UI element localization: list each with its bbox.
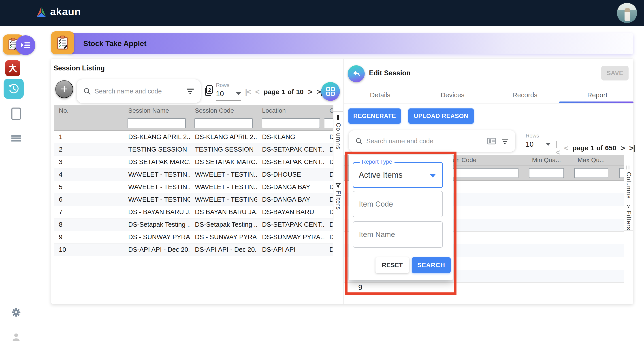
table-row[interactable]: 10DS-API API - Dec 20...DS-API API - Dec… <box>54 244 333 256</box>
columns-tab-label: Columns <box>625 172 632 199</box>
back-button[interactable] <box>348 65 365 82</box>
tab-report[interactable]: Report <box>561 87 634 103</box>
session-search-input[interactable] <box>95 88 183 95</box>
filter-input-truncated[interactable] <box>324 118 333 128</box>
filter-input-min-quantity[interactable] <box>529 168 564 178</box>
sidebar-profile-button[interactable] <box>10 332 22 342</box>
filter-input-session-name[interactable] <box>128 118 186 128</box>
table-row[interactable]: 7DS - BAYAN BARU J...DS BAYAN BARU JA...… <box>54 206 333 218</box>
table-row[interactable]: 2TESTING SESSIONTESTING SESSIONDS-SETAPA… <box>54 143 333 156</box>
report-type-select[interactable]: Report Type Active Items <box>353 162 443 188</box>
report-search-box <box>349 130 515 152</box>
filter-input-session-code[interactable] <box>194 118 253 128</box>
column-header-session-name[interactable]: Session Name <box>123 107 190 114</box>
select-underline <box>216 100 241 101</box>
reset-button[interactable]: RESET <box>376 257 409 273</box>
rows-per-page-select[interactable]: Rows 10 <box>216 82 243 101</box>
sidebar-item-listing[interactable] <box>10 134 22 143</box>
cell-code: TESTING SESSION <box>190 146 257 153</box>
sidebar-item-devices[interactable] <box>10 107 22 121</box>
table-row[interactable]: 5WAVELET - TESTIN...WAVELET - TESTIN...D… <box>54 181 333 193</box>
grid-view-button[interactable] <box>321 82 340 101</box>
first-page-button[interactable]: |< <box>556 139 560 157</box>
column-header-no[interactable]: No. <box>54 107 123 114</box>
table-row[interactable]: 1DS-KLANG APRIL 2...DS-KLANG APRIL 2...D… <box>54 131 333 143</box>
sidebar-item-red-applet[interactable] <box>5 60 20 76</box>
page-indicator: page 1 of 650 <box>572 144 616 152</box>
filter-input-truncated[interactable] <box>619 168 624 178</box>
table-row[interactable]: 3DS SETAPAK MARC...DS SETAPAK MARC...DS-… <box>54 156 333 168</box>
column-header-location[interactable]: Location <box>257 107 324 114</box>
filters-tab[interactable]: Filters <box>624 201 633 231</box>
tabs-divider <box>344 103 634 103</box>
sidebar-settings-button[interactable] <box>10 307 22 318</box>
cell-code: WAVELET - TESTING <box>190 196 257 203</box>
last-page-button[interactable]: >| <box>629 144 635 152</box>
cell-no: 9 <box>54 233 123 241</box>
dropdown-caret-icon <box>236 92 241 95</box>
indent-menu-icon <box>20 41 31 49</box>
report-filter-popup: Report Type Active Items RESET SEARCH <box>349 155 453 280</box>
cell-status: Di <box>324 146 333 153</box>
funnel-icon <box>626 204 631 209</box>
tab-details[interactable]: Details <box>344 87 416 103</box>
table-row[interactable]: 6WAVELET - TESTINGWAVELET - TESTINGDS-DA… <box>54 193 333 206</box>
dai-character-icon <box>8 63 18 73</box>
table-card-icon[interactable] <box>487 137 496 145</box>
tablet-icon <box>11 107 21 120</box>
item-name-input[interactable] <box>353 221 443 248</box>
first-page-button[interactable]: |< <box>245 87 250 96</box>
column-header-min-quantity[interactable]: Min Qua... <box>524 156 569 164</box>
table-row[interactable]: 9DS - SUNWAY PYRA...DS - SUNWAY PYRA...D… <box>54 231 333 244</box>
filter-list-icon[interactable] <box>186 88 194 95</box>
dropdown-caret-icon <box>546 143 551 146</box>
table-list-icon <box>11 135 21 142</box>
column-header-truncated[interactable]: Co <box>324 107 333 114</box>
report-rows-per-page-select[interactable]: Rows 10 <box>526 133 552 151</box>
search-icon <box>83 87 91 95</box>
table-row[interactable]: 8DS-Setapak Testing ...DS-Setapak Testin… <box>54 218 333 231</box>
clipboard-checklist-icon <box>55 35 70 50</box>
duplicate-pages-icon[interactable]: 2 <box>204 85 214 97</box>
cell-location: DS-DANGA BAY <box>257 183 324 191</box>
cell-code: WAVELET - TESTIN... <box>190 171 257 178</box>
prev-page-button[interactable]: < <box>255 87 259 96</box>
upload-reason-button[interactable]: UPLOAD REASON <box>408 108 474 124</box>
user-avatar[interactable] <box>617 3 637 23</box>
regenerate-button[interactable]: REGENERATE <box>348 108 401 124</box>
rows-label: Rows <box>526 133 552 139</box>
session-listing-panel: Session Listing + 2 <box>51 59 344 304</box>
filter-input-max-quantity[interactable] <box>574 168 608 178</box>
search-button[interactable]: SEARCH <box>412 257 451 273</box>
cell-location: DS-SUNWAY PYRA... <box>257 233 324 241</box>
prev-page-button[interactable]: < <box>564 144 568 152</box>
cell-no: 1 <box>54 133 123 141</box>
columns-tab[interactable]: Columns <box>624 162 633 199</box>
report-search-input[interactable] <box>366 137 484 145</box>
session-paginator: |< < page 1 of 10 > >| <box>245 87 322 96</box>
cell-status: Di <box>324 233 333 241</box>
report-table-row[interactable] <box>344 283 624 295</box>
filters-tab[interactable]: Filters <box>333 179 343 221</box>
cell-name: DS-KLANG APRIL 2... <box>123 133 190 141</box>
next-page-button[interactable]: > <box>621 144 625 152</box>
tab-devices[interactable]: Devices <box>416 87 489 103</box>
edit-session-panel: Edit Session SAVE Details Devices Record… <box>344 59 634 304</box>
save-button[interactable]: SAVE <box>601 66 628 80</box>
brand[interactable]: akaun <box>36 5 81 18</box>
filter-list-icon[interactable] <box>502 138 509 144</box>
add-session-button[interactable]: + <box>55 80 73 98</box>
item-code-input[interactable] <box>353 191 443 217</box>
cell-no: 6 <box>54 196 123 203</box>
sidebar-expand-button[interactable] <box>16 35 35 55</box>
column-header-session-code[interactable]: Session Code <box>190 107 257 114</box>
column-header-max-quantity[interactable]: Max Qu... <box>569 156 614 164</box>
tab-records[interactable]: Records <box>489 87 561 103</box>
filter-input-location[interactable] <box>262 118 320 128</box>
columns-tab[interactable]: Columns <box>333 112 343 177</box>
next-page-button[interactable]: > <box>308 87 312 96</box>
select-underline <box>526 151 551 151</box>
table-row[interactable]: 4WAVELET - TESTIN...WAVELET - TESTIN...D… <box>54 168 333 181</box>
cell-status: Di <box>324 196 333 203</box>
sidebar-item-history[interactable] <box>4 79 24 99</box>
